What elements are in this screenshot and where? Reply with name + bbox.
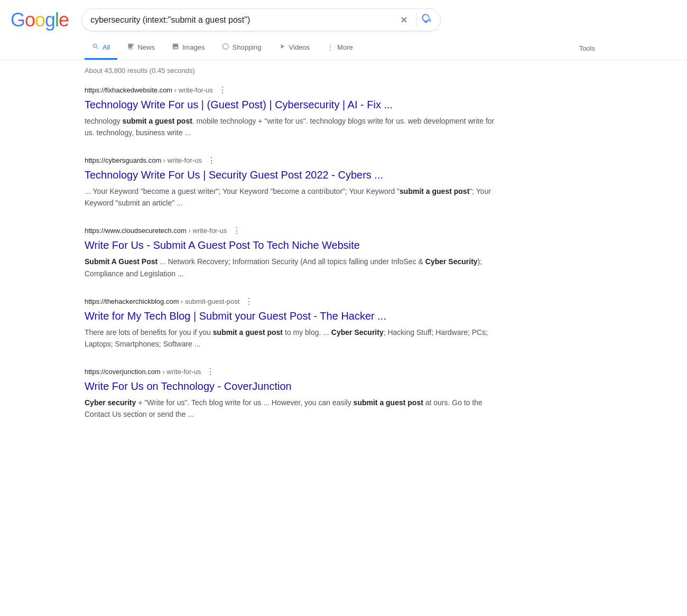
result-domain: https://coverjunction.com: [85, 368, 161, 376]
result-domain: https://cybersguards.com: [85, 156, 161, 164]
tab-news[interactable]: News: [119, 36, 162, 60]
result-snippet: There are lots of benefits for you if yo…: [85, 326, 497, 350]
shopping-icon: [222, 43, 229, 52]
result-item: https://coverjunction.com › write-for-us…: [85, 367, 497, 420]
result-url-row: https://fixhackedwebsite.com › write-for…: [85, 85, 497, 95]
result-menu-icon[interactable]: ⋮: [206, 367, 215, 377]
logo-letter-o2: o: [35, 9, 45, 31]
result-snippet: ... Your Keyword "become a guest writer"…: [85, 185, 497, 209]
tab-images[interactable]: Images: [164, 36, 212, 60]
result-item: https://www.cloudsecuretech.com › write-…: [85, 226, 497, 279]
results-count: About 43,800 results (0.45 seconds): [85, 67, 602, 74]
tab-images-label: Images: [182, 43, 205, 51]
nav-tabs: All News Images Shopping Videos ⋮ More T…: [0, 36, 687, 60]
tab-news-label: News: [137, 43, 155, 51]
tools-button[interactable]: Tools: [572, 38, 602, 59]
result-url-row: https://cybersguards.com › write-for-us …: [85, 155, 497, 165]
result-item: https://fixhackedwebsite.com › write-for…: [85, 85, 497, 138]
result-path: › write-for-us: [163, 156, 202, 164]
result-menu-icon[interactable]: ⋮: [218, 85, 227, 95]
logo-letter-g2: g: [45, 9, 55, 31]
tab-videos-label: Videos: [289, 43, 310, 51]
tab-more[interactable]: ⋮ More: [319, 37, 360, 60]
result-path: › write-for-us: [174, 86, 213, 94]
result-path: › write-for-us: [162, 368, 201, 376]
result-url: https://coverjunction.com › write-for-us: [85, 368, 201, 376]
result-menu-icon[interactable]: ⋮: [245, 296, 253, 306]
more-icon: ⋮: [327, 43, 334, 52]
videos-icon: [278, 43, 286, 52]
search-input[interactable]: [90, 15, 396, 25]
result-path: › write-for-us: [189, 227, 227, 235]
clear-search-icon[interactable]: ✕: [396, 14, 412, 26]
result-domain: https://fixhackedwebsite.com: [85, 86, 172, 94]
images-icon: [172, 43, 179, 52]
result-path: › submit-guest-post: [181, 297, 239, 305]
tab-more-label: More: [337, 43, 353, 51]
results-area: About 43,800 results (0.45 seconds) http…: [0, 60, 687, 458]
logo-letter-g: G: [11, 9, 25, 31]
result-snippet: Cyber security + "Write for us". Tech bl…: [85, 397, 497, 420]
result-menu-icon[interactable]: ⋮: [233, 226, 241, 236]
result-url: https://cybersguards.com › write-for-us: [85, 156, 202, 164]
search-bar[interactable]: ✕: [81, 8, 441, 31]
result-title[interactable]: Technology Write For Us | Security Guest…: [85, 167, 497, 182]
result-url: https://fixhackedwebsite.com › write-for…: [85, 86, 213, 94]
google-logo: Google: [11, 9, 69, 31]
header: Google ✕: [0, 0, 687, 36]
tab-all-label: All: [103, 43, 110, 51]
tab-videos[interactable]: Videos: [271, 36, 318, 60]
result-title[interactable]: Technology Write For us | (Guest Post) |…: [85, 97, 497, 112]
result-url: https://www.cloudsecuretech.com › write-…: [85, 227, 227, 235]
tab-shopping[interactable]: Shopping: [215, 36, 269, 60]
result-menu-icon[interactable]: ⋮: [207, 155, 216, 165]
search-divider: [416, 14, 417, 26]
result-title[interactable]: Write for My Tech Blog | Submit your Gue…: [85, 309, 497, 323]
tab-shopping-label: Shopping: [233, 43, 262, 51]
results-container: https://fixhackedwebsite.com › write-for…: [85, 85, 602, 420]
result-title[interactable]: Write For Us - Submit A Guest Post To Te…: [85, 238, 497, 253]
tab-all[interactable]: All: [85, 36, 117, 60]
result-item: https://cybersguards.com › write-for-us …: [85, 155, 497, 209]
search-submit-icon[interactable]: [421, 13, 432, 26]
result-snippet: Submit A Guest Post ... Network Recovery…: [85, 256, 497, 279]
result-url-row: https://coverjunction.com › write-for-us…: [85, 367, 497, 377]
news-icon: [127, 43, 134, 52]
result-snippet: technology submit a guest post. mobile t…: [85, 115, 497, 138]
result-domain: https://thehackerchickblog.com: [85, 297, 179, 305]
result-title[interactable]: Write For Us on Technology - CoverJuncti…: [85, 379, 497, 394]
result-url-row: https://thehackerchickblog.com › submit-…: [85, 296, 497, 306]
result-url-row: https://www.cloudsecuretech.com › write-…: [85, 226, 497, 236]
logo-letter-o1: o: [25, 9, 35, 31]
all-icon: [92, 43, 99, 52]
result-domain: https://www.cloudsecuretech.com: [85, 227, 187, 235]
result-item: https://thehackerchickblog.com › submit-…: [85, 296, 497, 350]
result-url: https://thehackerchickblog.com › submit-…: [85, 297, 239, 305]
logo-letter-e: e: [59, 9, 69, 31]
